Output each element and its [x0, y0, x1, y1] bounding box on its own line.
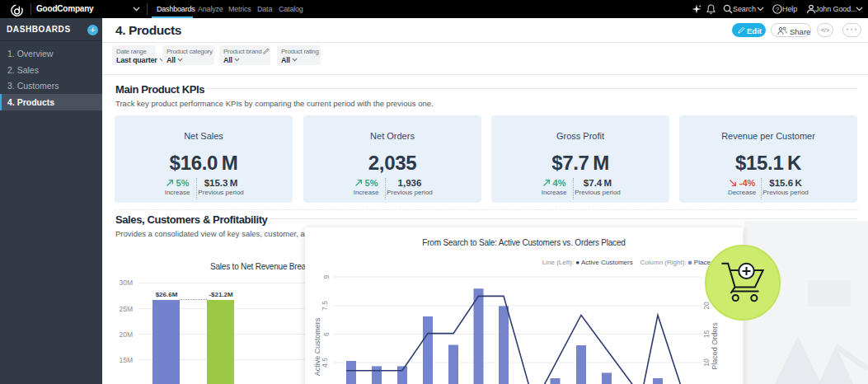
svg-text:9: 9 — [322, 274, 331, 279]
svg-text:Placed Orders: Placed Orders — [711, 322, 719, 370]
svg-text:4.5: 4.5 — [321, 358, 329, 368]
svg-text:?: ? — [776, 6, 780, 13]
svg-text:7.5: 7.5 — [321, 301, 329, 311]
svg-text:10: 10 — [702, 358, 711, 367]
svg-text:Active Customers: Active Customers — [313, 317, 321, 376]
svg-text:6: 6 — [322, 332, 331, 336]
svg-text:15: 15 — [702, 330, 711, 339]
